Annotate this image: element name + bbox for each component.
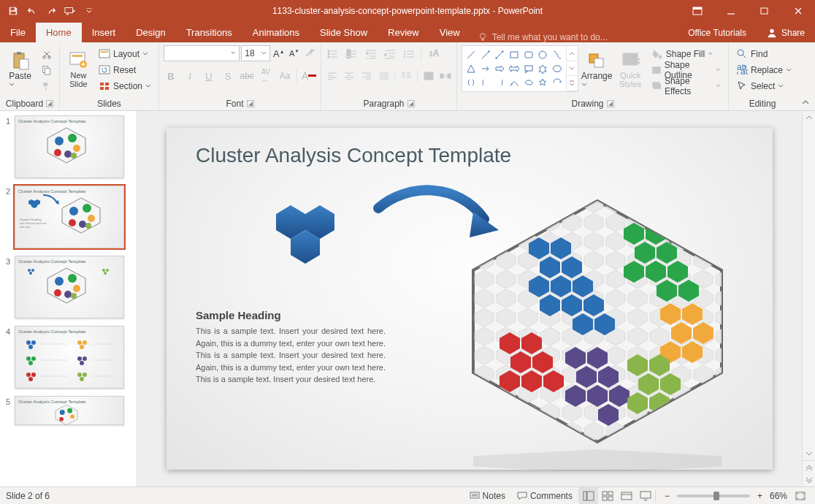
align-center-button[interactable] [343, 69, 356, 83]
slide-title[interactable]: Cluster Analysis Concept Template [196, 144, 511, 167]
align-text-button[interactable] [422, 69, 435, 83]
thumbnail-5[interactable]: 5Cluster Analysis Concept Template [3, 396, 131, 425]
bullets-button[interactable] [326, 47, 340, 61]
font-color-button[interactable]: A [302, 69, 316, 83]
font-name-combo[interactable] [164, 45, 240, 61]
tab-transitions[interactable]: Transitions [176, 23, 242, 42]
slide-thumbnails-panel[interactable]: 1Cluster Analysis Concept Template 2Clus… [0, 111, 137, 486]
clipboard-dialog-launcher[interactable] [46, 100, 53, 107]
sample-body-text[interactable]: This is a sample text. Insert your desir… [196, 325, 386, 386]
arrange-button[interactable]: Arrange [581, 45, 613, 93]
thumbnail-2[interactable]: 2Cluster Analysis Concept TemplateSample… [3, 186, 131, 248]
cut-button[interactable] [39, 47, 55, 61]
text-direction-button[interactable]: ↕A [426, 47, 440, 61]
thumbnail-3[interactable]: 3Cluster Analysis Concept Template [3, 256, 131, 318]
close-button[interactable] [781, 0, 815, 22]
vertical-scrollbar[interactable] [802, 111, 815, 486]
font-dialog-launcher[interactable] [247, 100, 254, 107]
thumbnail-1[interactable]: 1Cluster Analysis Concept Template [3, 115, 131, 178]
font-size-combo[interactable]: 18 [241, 45, 270, 61]
ribbon-display-options-button[interactable] [681, 0, 714, 22]
copy-button[interactable] [39, 63, 55, 77]
zoom-slider[interactable] [677, 495, 750, 497]
decrease-indent-button[interactable] [364, 47, 378, 61]
increase-font-button[interactable]: A▲ [272, 46, 286, 61]
scroll-down-button[interactable] [803, 447, 815, 460]
sample-heading[interactable]: Sample Heading [196, 309, 281, 321]
shape-outline-button[interactable]: Shape Outline [648, 63, 724, 77]
slide-canvas[interactable]: Cluster Analysis Concept Template Sample… [137, 111, 802, 486]
columns-button[interactable] [399, 69, 413, 83]
prev-slide-button[interactable] [803, 460, 815, 473]
tab-insert[interactable]: Insert [82, 23, 126, 42]
comments-button[interactable]: Comments [511, 487, 578, 505]
redo-button[interactable] [42, 2, 60, 20]
clear-formatting-button[interactable] [302, 46, 316, 61]
select-button[interactable]: Select [733, 79, 795, 93]
tell-me-search[interactable]: Tell me what you want to do... [470, 32, 615, 42]
zoom-out-button[interactable]: − [662, 487, 673, 505]
reading-view-button[interactable] [617, 487, 636, 505]
find-button[interactable]: Find [733, 47, 795, 61]
paragraph-dialog-launcher[interactable] [408, 100, 415, 107]
shape-effects-button[interactable]: Shape Effects [648, 79, 724, 93]
change-case-button[interactable]: Aa [278, 69, 292, 83]
shapes-scroll-down[interactable] [567, 61, 578, 77]
line-spacing-button[interactable] [402, 47, 416, 61]
shapes-gallery[interactable] [462, 45, 578, 92]
layout-button[interactable]: Layout [96, 47, 154, 61]
shapes-expand[interactable] [567, 76, 578, 91]
shadow-button[interactable]: S [221, 69, 235, 83]
tab-animations[interactable]: Animations [242, 23, 310, 42]
qat-customize-button[interactable] [80, 2, 98, 20]
new-slide-button[interactable]: New Slide [64, 45, 93, 93]
tab-file[interactable]: File [0, 23, 36, 42]
character-spacing-button[interactable]: AV↔ [259, 69, 273, 83]
smartart-button[interactable] [439, 69, 452, 83]
align-right-button[interactable] [360, 69, 373, 83]
reset-button[interactable]: Reset [96, 63, 154, 77]
paste-button[interactable]: Paste [4, 45, 36, 93]
hexagon-cluster-graphic[interactable] [451, 194, 743, 471]
notes-button[interactable]: Notes [464, 487, 511, 505]
normal-view-button[interactable] [579, 487, 598, 505]
strikethrough-button[interactable]: abc [240, 69, 254, 83]
zoom-in-button[interactable]: + [754, 487, 765, 505]
minimize-button[interactable] [714, 0, 748, 22]
next-slide-button[interactable] [803, 473, 815, 486]
underline-button[interactable]: U [202, 69, 216, 83]
collapse-ribbon-button[interactable] [796, 42, 815, 110]
tab-slideshow[interactable]: Slide Show [310, 23, 378, 42]
thumbnail-4[interactable]: 4Cluster Analysis Concept Template [3, 326, 131, 389]
share-button[interactable]: Share [757, 23, 815, 42]
decrease-font-button[interactable]: A▼ [287, 46, 301, 61]
bold-button[interactable]: B [164, 69, 178, 83]
format-painter-button[interactable] [39, 79, 55, 93]
align-left-button[interactable] [326, 69, 339, 83]
undo-button[interactable] [23, 2, 41, 20]
slide-sorter-view-button[interactable] [598, 487, 617, 505]
tab-design[interactable]: Design [126, 23, 175, 42]
zoom-level[interactable]: 66% [770, 491, 787, 501]
quick-styles-button[interactable]: Abc Quick Styles [615, 45, 645, 93]
start-from-beginning-button[interactable] [61, 2, 79, 20]
justify-button[interactable] [378, 69, 391, 83]
slideshow-view-button[interactable] [636, 487, 655, 505]
tab-home[interactable]: Home [36, 23, 82, 42]
maximize-button[interactable] [748, 0, 781, 22]
shape-fill-button[interactable]: Shape Fill [648, 47, 724, 61]
scroll-track[interactable] [803, 124, 815, 447]
shapes-scroll-up[interactable] [567, 46, 578, 61]
replace-button[interactable]: abacReplace [733, 63, 795, 77]
scroll-up-button[interactable] [803, 111, 815, 124]
tab-view[interactable]: View [429, 23, 470, 42]
drawing-dialog-launcher[interactable] [607, 100, 614, 107]
tab-review[interactable]: Review [378, 23, 429, 42]
numbering-button[interactable]: 123 [345, 47, 359, 61]
fit-to-window-button[interactable] [792, 487, 809, 505]
save-button[interactable] [4, 2, 22, 20]
hex-trio-icon[interactable] [269, 201, 349, 274]
office-tutorials-link[interactable]: Office Tutorials [678, 23, 757, 42]
increase-indent-button[interactable] [383, 47, 397, 61]
italic-button[interactable]: I [183, 69, 197, 83]
